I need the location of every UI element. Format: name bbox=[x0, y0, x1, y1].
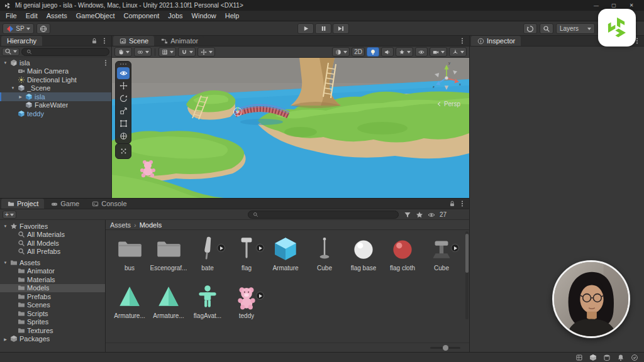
hierarchy-item-isla[interactable]: ▼isla bbox=[0, 58, 111, 67]
project-search[interactable] bbox=[248, 211, 399, 219]
hierarchy-item-isla[interactable]: ▶isla bbox=[0, 92, 111, 101]
project-folder-scenes[interactable]: Scenes bbox=[0, 301, 105, 310]
auto-generate-lighting-icon[interactable] bbox=[575, 354, 583, 361]
background-activity-icon[interactable] bbox=[631, 354, 638, 361]
asset-armature[interactable]: Armature... bbox=[110, 282, 149, 330]
undo-history-button[interactable] bbox=[523, 23, 537, 34]
menu-assets[interactable]: Assets bbox=[42, 11, 72, 20]
toggle-2d-button[interactable]: 2D bbox=[352, 47, 365, 57]
scene-camera-dropdown[interactable] bbox=[430, 47, 447, 57]
view-tool-button[interactable] bbox=[117, 67, 130, 79]
asset-flag[interactable]: flag bbox=[227, 234, 266, 282]
asset-flag-cloth[interactable]: flag cloth bbox=[383, 234, 422, 282]
search-button[interactable] bbox=[540, 23, 553, 34]
expand-arrow[interactable]: ▶ bbox=[3, 337, 8, 341]
hierarchy-item-main-camera[interactable]: Main Camera bbox=[0, 67, 111, 76]
expand-arrow[interactable]: ▼ bbox=[3, 61, 8, 65]
tab-animator[interactable]: Animator bbox=[155, 36, 204, 46]
asset-bus[interactable]: bus bbox=[110, 234, 149, 282]
project-folder-animator[interactable]: Animator bbox=[0, 267, 105, 276]
hierarchy-item-directional-light[interactable]: Directional Light bbox=[0, 75, 111, 84]
scene-menu-icon[interactable] bbox=[102, 59, 109, 67]
project-folder-all-prefabs[interactable]: All Prefabs bbox=[0, 248, 105, 256]
cloud-services-button[interactable] bbox=[36, 23, 50, 34]
expand-arrow[interactable]: ▼ bbox=[3, 224, 8, 228]
project-search-input[interactable] bbox=[261, 211, 395, 218]
scene-visibility-button[interactable] bbox=[415, 47, 428, 57]
expand-arrow[interactable]: ▶ bbox=[18, 94, 23, 99]
hierarchy-item-teddy[interactable]: teddy bbox=[0, 109, 111, 118]
project-folder-favorites[interactable]: ▼Favorites bbox=[0, 222, 105, 231]
version-control-button[interactable]: SP bbox=[3, 23, 34, 34]
gizmos-dropdown[interactable] bbox=[449, 47, 467, 57]
shading-mode-dropdown[interactable] bbox=[332, 47, 350, 57]
hidden-items-eye-icon[interactable] bbox=[428, 211, 435, 219]
orientation-gizmo[interactable]: y x z bbox=[428, 60, 465, 99]
tab-hierarchy[interactable]: Hierarchy bbox=[1, 36, 42, 46]
project-add-button[interactable]: + bbox=[3, 211, 16, 219]
panel-menu-icon[interactable] bbox=[458, 37, 466, 45]
menu-window[interactable]: Window bbox=[187, 11, 221, 20]
tab-inspector[interactable]: Inspector bbox=[471, 36, 521, 46]
menu-file[interactable]: File bbox=[1, 11, 21, 20]
hierarchy-search-filter-button[interactable] bbox=[2, 48, 19, 56]
expand-asset-icon[interactable] bbox=[256, 244, 264, 252]
search-filter-icon[interactable] bbox=[404, 211, 411, 219]
tab-game[interactable]: Game bbox=[45, 199, 85, 209]
asset-cube[interactable]: Cube bbox=[422, 234, 461, 282]
pause-button[interactable] bbox=[315, 23, 331, 34]
custom-tool-button[interactable] bbox=[117, 145, 130, 157]
panel-menu-icon[interactable] bbox=[101, 37, 108, 45]
move-snap-dropdown[interactable] bbox=[197, 47, 215, 57]
lock-icon[interactable] bbox=[91, 37, 98, 45]
tab-scene[interactable]: Scene bbox=[113, 36, 154, 46]
menu-gameobject[interactable]: GameObject bbox=[72, 11, 119, 20]
scene-viewport[interactable]: y x z Persp bbox=[112, 58, 469, 198]
step-button[interactable] bbox=[333, 23, 349, 34]
tab-project[interactable]: Project bbox=[1, 199, 44, 209]
hierarchy-item-fakewater[interactable]: FakeWater bbox=[0, 101, 111, 110]
project-folder-all-materials[interactable]: All Materials bbox=[0, 231, 105, 239]
layers-dropdown[interactable]: Layers bbox=[556, 23, 595, 34]
package-manager-icon[interactable] bbox=[589, 354, 597, 361]
favorite-star-icon[interactable] bbox=[416, 211, 423, 219]
hierarchy-search-input[interactable] bbox=[35, 48, 106, 55]
minimize-button[interactable]: — bbox=[587, 0, 605, 11]
project-folder-prefabs[interactable]: Prefabs bbox=[0, 292, 105, 301]
cache-server-icon[interactable] bbox=[603, 354, 611, 361]
expand-arrow[interactable]: ▼ bbox=[10, 86, 16, 90]
menu-help[interactable]: Help bbox=[221, 11, 244, 20]
asset-teddy[interactable]: teddy bbox=[227, 282, 266, 330]
panel-menu-icon[interactable] bbox=[458, 200, 466, 207]
move-tool-button[interactable] bbox=[117, 80, 130, 92]
expand-asset-icon[interactable] bbox=[256, 292, 264, 300]
expand-asset-icon[interactable] bbox=[217, 244, 225, 252]
project-folder-assets[interactable]: ▼Assets bbox=[0, 258, 105, 267]
snap-dropdown[interactable] bbox=[178, 47, 196, 57]
asset-armature[interactable]: Armature... bbox=[149, 282, 188, 330]
asset-cube[interactable]: Cube bbox=[305, 234, 344, 282]
grid-scrollbar[interactable] bbox=[465, 231, 469, 319]
project-folder-packages[interactable]: ▶Packages bbox=[0, 335, 105, 344]
asset-flag-base[interactable]: flag base bbox=[344, 234, 383, 282]
grid-visibility-dropdown[interactable] bbox=[158, 47, 176, 57]
grid-scrollbar-thumb[interactable] bbox=[465, 234, 469, 273]
rotate-tool-button[interactable] bbox=[117, 92, 130, 104]
asset-escenograf[interactable]: Escenograf... bbox=[149, 234, 188, 282]
play-button[interactable] bbox=[297, 23, 314, 34]
tool-settings-dropdown[interactable] bbox=[114, 47, 132, 57]
expand-arrow[interactable]: ▼ bbox=[3, 261, 8, 265]
breadcrumb-root[interactable]: Assets bbox=[110, 221, 131, 229]
lock-icon[interactable] bbox=[448, 200, 456, 207]
projection-mode[interactable]: Persp bbox=[438, 101, 460, 107]
scene-lighting-button[interactable] bbox=[367, 47, 379, 57]
asset-armature[interactable]: Armature bbox=[266, 234, 305, 282]
project-folder-scripts[interactable]: Scripts bbox=[0, 309, 105, 318]
icon-size-slider[interactable] bbox=[430, 347, 460, 349]
project-folder-sprites[interactable]: Sprites bbox=[0, 318, 105, 327]
effects-dropdown[interactable] bbox=[396, 47, 413, 57]
menu-jobs[interactable]: Jobs bbox=[164, 11, 187, 20]
menu-edit[interactable]: Edit bbox=[21, 11, 42, 20]
notification-bell-icon[interactable] bbox=[617, 354, 625, 361]
project-folder-all-models[interactable]: All Models bbox=[0, 239, 105, 248]
